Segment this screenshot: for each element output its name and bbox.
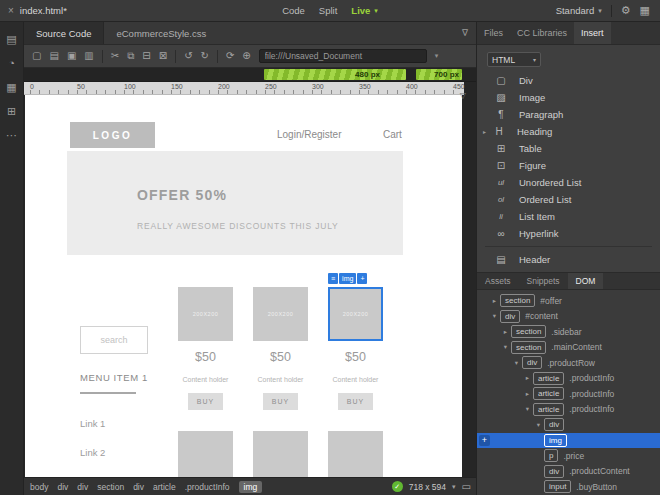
insert-category-dropdown[interactable]: HTML ▾	[487, 52, 541, 67]
collapse-arrow-icon[interactable]: ▸	[500, 328, 511, 336]
tag-crumb-div[interactable]: div	[57, 482, 68, 492]
dom-node-article-productinfo[interactable]: ▸ article .productInfo	[477, 386, 660, 402]
dom-node-article-productinfo[interactable]: ▾ article .productInfo	[477, 402, 660, 418]
delete-icon[interactable]: ⊠	[159, 51, 167, 61]
insert-item-heading[interactable]: ▸ H Heading	[477, 123, 660, 140]
tag-crumb-section[interactable]: section	[97, 482, 124, 492]
insert-item-ordered-list[interactable]: ol Ordered List	[477, 191, 660, 208]
filter-related-files-icon[interactable]: ∇	[462, 22, 476, 44]
split-view-button[interactable]: Split	[319, 5, 337, 16]
dom-node-div-productcontent[interactable]: div .productContent	[477, 464, 660, 480]
redo-icon[interactable]: ↻	[201, 51, 209, 61]
insert-item-unordered-list[interactable]: ul Unordered List	[477, 174, 660, 191]
sidebar-link-2[interactable]: Link 2	[80, 447, 105, 458]
expand-icon[interactable]: ▸	[483, 128, 491, 135]
insert-item-list-item[interactable]: li List Item	[477, 208, 660, 225]
related-file-ecommercestyle[interactable]: eCommerceStyle.css	[104, 22, 218, 44]
address-caret-icon[interactable]: ▾	[435, 52, 439, 60]
tag-crumb-div[interactable]: div	[133, 482, 144, 492]
media-query-segment-480[interactable]: 480 px	[264, 69, 406, 80]
tab-snippets[interactable]: Snippets	[519, 273, 568, 289]
tab-insert[interactable]: Insert	[574, 22, 611, 44]
collapse-arrow-icon[interactable]: ▸	[522, 390, 533, 398]
dom-node-input-buybutton[interactable]: input .buyButton	[477, 479, 660, 495]
save-all-icon[interactable]: ▥	[84, 51, 93, 61]
tab-cc-libraries[interactable]: CC Libraries	[510, 22, 574, 44]
element-add-icon[interactable]: +	[357, 273, 367, 284]
element-tag-label[interactable]: img	[339, 273, 356, 284]
dom-node-p-price[interactable]: p .price	[477, 448, 660, 464]
new-file-icon[interactable]: ▢	[32, 51, 41, 61]
collapse-arrow-icon[interactable]: ▾	[533, 421, 544, 429]
address-bar[interactable]	[259, 49, 427, 63]
save-file-icon[interactable]: ▣	[67, 51, 76, 61]
layout-icon[interactable]: ▦	[640, 4, 650, 17]
preview-device-icon[interactable]: ▭	[462, 481, 471, 492]
undo-icon[interactable]: ↺	[184, 51, 192, 61]
extract-panel-icon[interactable]: ◔	[8, 58, 15, 69]
copy-icon[interactable]: ⧉	[127, 51, 134, 61]
live-view-caret-icon[interactable]: ▾	[374, 7, 378, 15]
buy-button[interactable]: BUY	[338, 393, 373, 410]
tag-crumb-article[interactable]: article	[153, 482, 176, 492]
css-designer-panel-icon[interactable]: ▦	[6, 82, 16, 93]
tab-files[interactable]: Files	[477, 22, 510, 44]
dom-node-section-sidebar[interactable]: ▸ section .sidebar	[477, 324, 660, 340]
workspace-switcher[interactable]: Standard	[556, 5, 595, 16]
collapse-arrow-icon[interactable]: ▾	[511, 359, 522, 367]
close-icon[interactable]: ×	[8, 5, 14, 16]
source-code-tab[interactable]: Source Code	[24, 22, 104, 44]
search-input[interactable]	[80, 326, 148, 354]
more-panels-icon[interactable]: ⋯	[6, 130, 17, 141]
dom-node-img-selected[interactable]: + img	[477, 433, 660, 449]
dom-node-div-content[interactable]: ▾ div #content	[477, 309, 660, 325]
tag-crumb-div[interactable]: div	[77, 482, 88, 492]
insert-panel-icon[interactable]: ⊞	[7, 106, 16, 117]
tag-crumb-productinfo[interactable]: .productInfo	[185, 482, 230, 492]
collapse-arrow-icon[interactable]: ▾	[500, 343, 511, 351]
insert-item-table[interactable]: ⊞ Table	[477, 140, 660, 157]
element-menu-icon[interactable]: ≡	[328, 273, 338, 284]
add-element-icon[interactable]: +	[479, 435, 490, 446]
open-file-icon[interactable]: ▤	[49, 51, 58, 61]
window-size-value[interactable]: 718 x 594	[409, 482, 446, 492]
login-register-link[interactable]: Login/Register	[277, 129, 341, 140]
cart-link[interactable]: Cart	[383, 129, 402, 140]
cut-icon[interactable]: ✂	[111, 51, 119, 61]
files-panel-icon[interactable]: ▤	[6, 34, 16, 45]
product-image[interactable]: 200X200	[178, 287, 233, 341]
tab-assets[interactable]: Assets	[477, 273, 519, 289]
sidebar-link-1[interactable]: Link 1	[80, 418, 105, 429]
product-image-selected[interactable]: 200X200	[328, 287, 383, 341]
insert-item-image[interactable]: ▨ Image	[477, 89, 660, 106]
product-image[interactable]: 200X200	[253, 287, 308, 341]
tab-dom[interactable]: DOM	[568, 273, 604, 289]
dom-node-div[interactable]: ▾ div	[477, 417, 660, 433]
refresh-icon[interactable]: ⟳	[226, 51, 234, 61]
tag-crumb-body[interactable]: body	[30, 482, 48, 492]
insert-item-header[interactable]: ▤ Header	[477, 251, 660, 268]
media-query-marker-icon[interactable]: ▽	[460, 91, 466, 100]
gear-icon[interactable]: ⚙	[621, 4, 631, 17]
collapse-arrow-icon[interactable]: ▾	[489, 312, 500, 320]
buy-button[interactable]: BUY	[263, 393, 298, 410]
dom-node-article-productinfo[interactable]: ▸ article .productInfo	[477, 371, 660, 387]
buy-button[interactable]: BUY	[188, 393, 223, 410]
collapse-arrow-icon[interactable]: ▾	[522, 405, 533, 413]
insert-item-div[interactable]: ▢ Div	[477, 72, 660, 89]
dom-node-section-maincontent[interactable]: ▾ section .mainContent	[477, 340, 660, 356]
preview-browser-icon[interactable]: ⊕	[242, 51, 250, 61]
collapse-arrow-icon[interactable]: ▸	[522, 374, 533, 382]
window-size-caret-icon[interactable]: ▾	[452, 483, 456, 491]
tag-crumb-img-selected[interactable]: img	[239, 481, 263, 493]
code-view-button[interactable]: Code	[282, 5, 305, 16]
insert-item-hyperlink[interactable]: ∞ Hyperlink	[477, 225, 660, 242]
insert-item-figure[interactable]: ⊡ Figure	[477, 157, 660, 174]
document-tab[interactable]: × index.html*	[0, 5, 67, 16]
collapse-arrow-icon[interactable]: ▸	[489, 297, 500, 305]
paste-icon[interactable]: ⊟	[142, 51, 150, 61]
insert-item-paragraph[interactable]: ¶ Paragraph	[477, 106, 660, 123]
workspace-caret-icon[interactable]: ▾	[598, 7, 602, 15]
live-view-button[interactable]: Live	[351, 5, 370, 16]
dom-node-section-offer[interactable]: ▸ section #offer	[477, 293, 660, 309]
